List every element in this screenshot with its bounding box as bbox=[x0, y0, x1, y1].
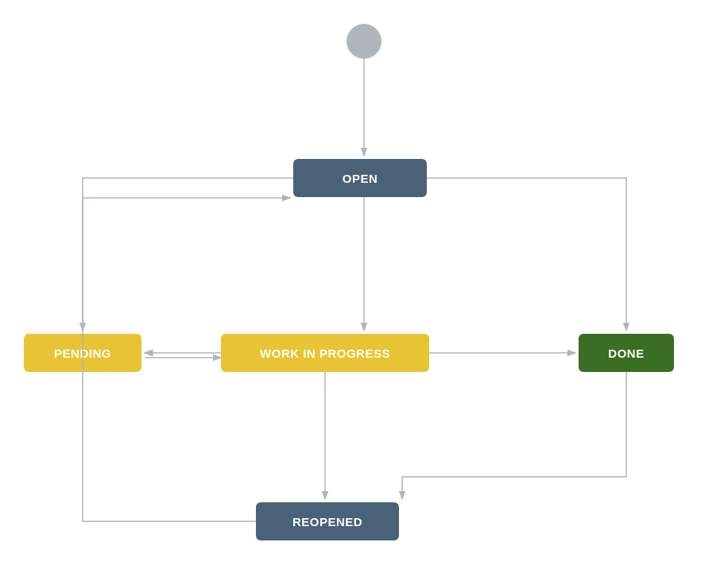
diagram-container: OPEN PENDING WORK IN PROGRESS DONE REOPE… bbox=[0, 0, 728, 577]
start-node bbox=[347, 24, 381, 59]
arrow-open-to-done bbox=[427, 178, 626, 331]
open-state[interactable]: OPEN bbox=[293, 159, 427, 197]
wip-state[interactable]: WORK IN PROGRESS bbox=[221, 334, 429, 372]
arrow-reopened-left-path bbox=[83, 372, 256, 521]
connections-svg bbox=[0, 0, 728, 577]
pending-state[interactable]: PENDING bbox=[24, 334, 141, 372]
arrow-done-to-reopened bbox=[402, 372, 626, 499]
arrow-open-to-pending bbox=[83, 178, 293, 331]
done-state[interactable]: DONE bbox=[579, 334, 674, 372]
reopened-state[interactable]: REOPENED bbox=[256, 502, 399, 540]
